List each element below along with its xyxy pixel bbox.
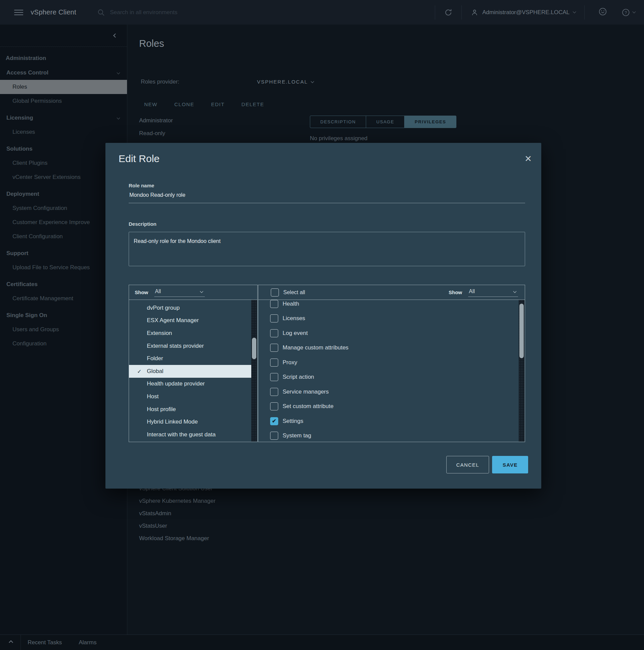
chevron-down-icon	[573, 10, 576, 13]
category-item[interactable]: ✓ Global	[129, 365, 251, 378]
privilege-item[interactable]: Script action	[258, 370, 525, 385]
edit-role-modal: Edit Role ✕ Role name Description Read-o…	[105, 143, 541, 489]
privilege-checkbox[interactable]	[270, 344, 278, 352]
select-all-label: Select all	[283, 289, 305, 296]
privilege-checkbox[interactable]	[270, 388, 278, 396]
sidebar-item[interactable]: Global Permissions	[0, 94, 127, 108]
sidebar-item[interactable]: Licenses	[0, 125, 127, 139]
sidebar-item[interactable]: Access Control	[0, 66, 127, 80]
user-menu[interactable]: Administrator@VSPHERE.LOCAL	[471, 8, 576, 17]
toolbar-button[interactable]: DELETE	[242, 101, 264, 107]
sidebar-item[interactable]: Roles	[0, 80, 127, 94]
privilege-label: Service managers	[283, 389, 329, 395]
privilege-item[interactable]: Licenses	[258, 311, 525, 326]
scrollbar[interactable]	[251, 300, 257, 441]
privilege-checkbox[interactable]	[270, 314, 278, 322]
top-bar-actions: Administrator@VSPHERE.LOCAL ?	[435, 5, 635, 20]
role-list-item[interactable]: vSphere Kubernetes Manager	[139, 495, 216, 507]
privilege-checkbox[interactable]	[270, 329, 278, 337]
privilege-checkbox[interactable]	[270, 432, 278, 440]
scrollbar-thumb[interactable]	[252, 338, 256, 359]
category-item[interactable]: ESX Agent Manager	[129, 314, 251, 327]
categories-list: dvPort group ESX Agent Manager Extension…	[129, 300, 257, 442]
role-detail-tab[interactable]: USAGE	[366, 116, 405, 128]
hamburger-menu-icon[interactable]	[14, 8, 23, 17]
role-detail-tab[interactable]: DESCRIPTION	[310, 116, 366, 128]
expand-panel-icon[interactable]	[9, 640, 13, 645]
privilege-label: Health	[283, 301, 299, 307]
category-label: Interact with the guest data	[147, 431, 216, 438]
collapse-sidebar-icon[interactable]	[113, 33, 118, 38]
category-item[interactable]: Interact with the guest data	[129, 428, 251, 441]
privilege-checkbox[interactable]	[270, 300, 278, 308]
svg-text:?: ?	[625, 10, 627, 15]
privilege-item[interactable]: Proxy	[258, 355, 525, 370]
select-all[interactable]: Select all	[271, 288, 305, 297]
privilege-item[interactable]: Log event	[258, 326, 525, 341]
category-label: Global	[147, 368, 163, 375]
category-item[interactable]: Hybrid Linked Mode	[129, 415, 251, 428]
category-item[interactable]: Host	[129, 390, 251, 403]
privilege-item[interactable]: ✔ Settings	[258, 414, 525, 429]
feedback-button[interactable]	[598, 7, 607, 18]
roles-list: Administrator Read-only	[139, 114, 173, 140]
category-item[interactable]: Extension	[129, 327, 251, 340]
category-filter-select[interactable]: All	[154, 288, 205, 297]
select-all-checkbox[interactable]	[271, 288, 279, 297]
privilege-item[interactable]: Service managers	[258, 384, 525, 399]
toolbar-button[interactable]: NEW	[144, 101, 158, 107]
privilege-filter-select[interactable]: All	[468, 288, 518, 297]
role-list-item[interactable]: Administrator	[139, 114, 173, 127]
role-detail-tab[interactable]: PRIVILEGES	[404, 116, 456, 128]
privilege-checkbox[interactable]	[270, 402, 278, 410]
roles-provider-select[interactable]: VSPHERE.LOCAL	[257, 79, 314, 85]
role-list-item[interactable]: vStatsUser	[139, 520, 216, 532]
vsphere-client-app: vSphere Client Administ	[0, 0, 644, 650]
privilege-label: Script action	[283, 374, 314, 380]
privilege-item[interactable]: Health	[258, 300, 525, 311]
privilege-item[interactable]: Set custom attribute	[258, 399, 525, 414]
scrollbar-thumb[interactable]	[519, 304, 524, 358]
category-item[interactable]: dvPort group	[129, 302, 251, 314]
category-label: Extension	[147, 330, 172, 337]
privilege-checkbox[interactable]	[270, 359, 278, 367]
privilege-checkbox[interactable]	[270, 373, 278, 381]
cancel-button[interactable]: CANCEL	[446, 456, 489, 473]
toolbar-button[interactable]: EDIT	[211, 101, 225, 107]
category-item[interactable]: External stats provider	[129, 340, 251, 352]
role-list-item[interactable]: Workload Storage Manager	[139, 532, 216, 545]
category-item[interactable]: Health update provider	[129, 378, 251, 391]
category-filter-value: All	[155, 288, 161, 295]
category-label: Host profile	[147, 406, 176, 413]
category-item[interactable]: Host profile	[129, 403, 251, 416]
toolbar-button[interactable]: CLONE	[174, 101, 194, 107]
role-name-input[interactable]	[129, 192, 525, 203]
modal-title: Edit Role	[119, 153, 160, 164]
chevron-down-icon	[513, 289, 517, 293]
top-bar: vSphere Client Administ	[0, 0, 644, 25]
category-label: dvPort group	[147, 305, 180, 311]
save-button[interactable]: SAVE	[492, 456, 528, 473]
categories-panel: Show All dvPort group ESX Agent Manager …	[129, 285, 258, 442]
role-list-item[interactable]: Read-only	[139, 127, 173, 140]
person-icon	[471, 8, 479, 17]
help-menu[interactable]: ?	[621, 8, 635, 17]
role-list-item[interactable]: vStatsAdmin	[139, 507, 216, 520]
privilege-item[interactable]: Manage custom attributes	[258, 341, 525, 355]
close-icon[interactable]: ✕	[524, 154, 532, 163]
scrollbar[interactable]	[519, 300, 524, 441]
privilege-item[interactable]: System tag	[258, 429, 525, 442]
refresh-button[interactable]	[444, 8, 453, 17]
bottom-bar-tab[interactable]: Alarms	[79, 639, 97, 646]
privilege-checkbox[interactable]: ✔	[270, 417, 278, 425]
role-name-label: Role name	[129, 183, 154, 188]
search-input[interactable]	[110, 9, 255, 16]
category-item[interactable]: Folder	[129, 352, 251, 365]
divider	[435, 5, 435, 20]
description-textarea[interactable]: Read-only role for the Mondoo client	[129, 232, 525, 266]
privilege-label: Proxy	[283, 359, 297, 366]
bottom-bar-tab[interactable]: Recent Tasks	[28, 639, 62, 646]
roles-provider-value: VSPHERE.LOCAL	[257, 79, 308, 85]
category-label: Health update provider	[147, 380, 205, 387]
sidebar-item[interactable]: Licensing	[0, 111, 127, 125]
